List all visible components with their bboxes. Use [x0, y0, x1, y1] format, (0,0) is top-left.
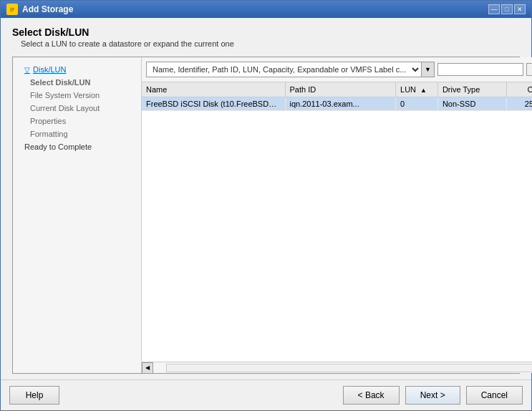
col-header-capacity[interactable]: Capacity	[507, 82, 532, 97]
svg-rect-2	[10, 9, 14, 10]
lun-sort-icon: ▲	[420, 87, 427, 94]
window-title: Add Storage	[22, 4, 73, 14]
sidebar-file-system-label: File System Version	[30, 91, 100, 100]
col-header-lun[interactable]: LUN ▲	[396, 82, 438, 97]
minimize-button[interactable]: —	[488, 4, 500, 14]
table-body: FreeBSD iSCSI Disk (t10.FreeBSD_i...iqn.…	[142, 97, 532, 111]
svg-rect-1	[10, 8, 14, 9]
clear-button[interactable]: Clear	[526, 63, 532, 76]
maximize-button[interactable]: □	[501, 4, 513, 14]
page-title: Select Disk/LUN	[12, 26, 520, 38]
sidebar: ▽ Disk/LUN Select Disk/LUN File System V…	[13, 57, 142, 373]
h-scroll-track[interactable]	[166, 364, 532, 372]
filter-select[interactable]: Name, Identifier, Path ID, LUN, Capacity…	[147, 63, 421, 76]
table-row[interactable]: FreeBSD iSCSI Disk (t10.FreeBSD_i...iqn.…	[142, 97, 532, 111]
cancel-button[interactable]: Cancel	[466, 386, 523, 405]
titlebar-icon	[6, 4, 18, 15]
col-capacity-label: Capacity	[528, 85, 533, 94]
col-header-drive[interactable]: Drive Type	[437, 82, 506, 97]
footer-right: < Back Next > Cancel	[343, 386, 523, 405]
collapse-icon: ▽	[24, 66, 30, 74]
titlebar: Add Storage — □ ✕	[1, 1, 531, 18]
sidebar-properties-label: Properties	[30, 117, 66, 125]
table-wrapper: Name Path ID LUN ▲ Drive T	[142, 82, 532, 362]
cell-drive: Non-SSD	[437, 97, 506, 111]
sidebar-item-file-system[interactable]: File System Version	[13, 89, 141, 102]
sidebar-select-disk-label: Select Disk/LUN	[30, 78, 90, 87]
sidebar-current-disk-label: Current Disk Layout	[30, 104, 100, 112]
page-header: Select Disk/LUN Select a LUN to create a…	[12, 26, 520, 48]
filter-input[interactable]	[437, 63, 523, 76]
main-window: Add Storage — □ ✕ Select Disk/LUN Select…	[0, 0, 532, 411]
next-button[interactable]: Next >	[405, 386, 460, 405]
col-header-name[interactable]: Name	[142, 82, 285, 97]
sidebar-item-disk-lun[interactable]: ▽ Disk/LUN	[13, 63, 141, 76]
back-button[interactable]: < Back	[343, 386, 400, 405]
sidebar-item-properties[interactable]: Properties	[13, 115, 141, 127]
col-drive-label: Drive Type	[442, 85, 480, 94]
scrollbar-row: ◀ ▶	[142, 362, 532, 373]
filter-dropdown-button[interactable]: ▼	[421, 62, 434, 77]
page-subtitle: Select a LUN to create a datastore or ex…	[21, 39, 520, 48]
sidebar-formatting-label: Formatting	[30, 130, 68, 138]
right-panel: Name, Identifier, Path ID, LUN, Capacity…	[142, 57, 532, 373]
col-path-label: Path ID	[290, 85, 316, 94]
footer: Help < Back Next > Cancel	[1, 379, 531, 410]
cell-path: iqn.2011-03.exam...	[285, 97, 396, 111]
sidebar-disk-lun-label: Disk/LUN	[33, 65, 66, 74]
filter-bar: Name, Identifier, Path ID, LUN, Capacity…	[142, 57, 532, 82]
cell-name: FreeBSD iSCSI Disk (t10.FreeBSD_i...	[142, 97, 285, 111]
scroll-left-arrow[interactable]: ◀	[142, 362, 153, 374]
sidebar-item-formatting[interactable]: Formatting	[13, 127, 141, 140]
cell-lun: 0	[396, 97, 438, 111]
footer-left: Help	[9, 386, 59, 405]
sidebar-item-select-disk[interactable]: Select Disk/LUN	[13, 76, 141, 89]
svg-rect-3	[10, 11, 13, 11]
cell-capacity: 25.00 GB	[507, 97, 532, 111]
titlebar-title: Add Storage	[6, 4, 73, 15]
titlebar-controls: — □ ✕	[488, 4, 526, 14]
filter-select-wrapper: Name, Identifier, Path ID, LUN, Capacity…	[146, 62, 435, 77]
col-name-label: Name	[146, 85, 167, 94]
sidebar-item-current-disk[interactable]: Current Disk Layout	[13, 102, 141, 115]
help-button[interactable]: Help	[9, 386, 59, 405]
sidebar-item-ready[interactable]: Ready to Complete	[13, 140, 141, 153]
sidebar-ready-label: Ready to Complete	[24, 142, 92, 151]
table-header-row: Name Path ID LUN ▲ Drive T	[142, 82, 532, 97]
col-header-path[interactable]: Path ID	[285, 82, 396, 97]
col-lun-label: LUN	[400, 85, 416, 94]
close-button[interactable]: ✕	[514, 4, 526, 14]
main-body: ▽ Disk/LUN Select Disk/LUN File System V…	[12, 57, 520, 374]
disk-table: Name Path ID LUN ▲ Drive T	[142, 82, 532, 111]
content-area: Select Disk/LUN Select a LUN to create a…	[1, 18, 531, 379]
